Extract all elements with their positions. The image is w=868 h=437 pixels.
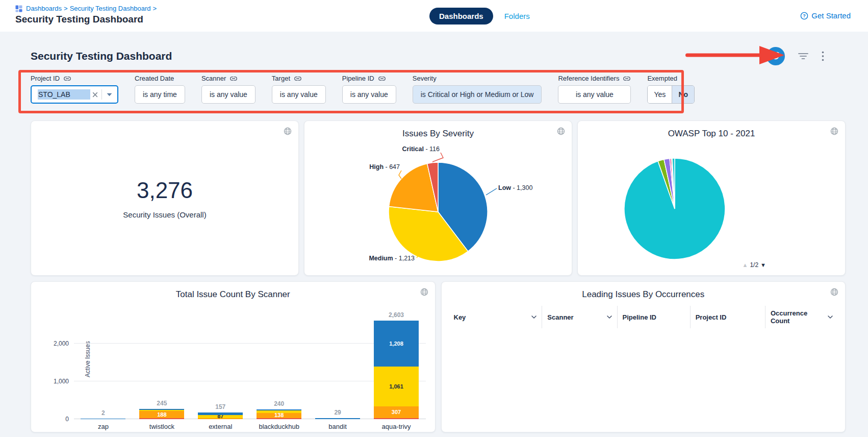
bar-aqua-trivy[interactable]: 2,6033071,0611,208: [368, 311, 424, 419]
filter-project-id: Project IDSTO_LAB: [31, 75, 118, 104]
bar-segment-critical[interactable]: [374, 418, 419, 419]
breadcrumb-separator: >: [152, 5, 157, 12]
bar-blackduckhub[interactable]: 240138: [251, 400, 307, 419]
filter-value-chip[interactable]: is any time: [135, 85, 185, 104]
tab-folders[interactable]: Folders: [504, 12, 530, 20]
breadcrumb-link-security-testing-dashboard[interactable]: Security Testing Dashboard: [70, 5, 151, 12]
bar-segment-medium[interactable]: [139, 410, 184, 411]
clear-icon[interactable]: [90, 90, 100, 100]
filter-toggle: YesNo: [647, 85, 695, 104]
bar-total-label: 157: [215, 403, 225, 410]
bar-total-label: 2,603: [389, 311, 404, 319]
severity-label-critical: Critical - 116: [402, 145, 440, 153]
bar-segment-low[interactable]: [198, 412, 243, 415]
bar-total-label: 29: [334, 409, 341, 416]
bar-segment-medium[interactable]: [257, 410, 301, 412]
toggle-option-yes[interactable]: Yes: [648, 86, 672, 103]
filter-reference-identifiers: Reference Identifiersis any value: [558, 75, 631, 104]
severity-label-high: High - 647: [369, 163, 400, 171]
app-header: Dashboards>Security Testing Dashboard> S…: [0, 0, 868, 32]
owasp-top10-pie[interactable]: [579, 141, 844, 270]
issues-by-severity-pie[interactable]: Low - 1,300Medium - 1,213High - 647Criti…: [305, 141, 571, 270]
filter-label: Exempted: [647, 75, 677, 82]
filter-value-chip[interactable]: is any value: [201, 85, 256, 104]
page-down-icon[interactable]: ▼: [760, 262, 766, 268]
link-icon: [229, 76, 238, 82]
svg-text:?: ?: [803, 13, 806, 18]
bar-segment-low[interactable]: [315, 418, 360, 419]
bar-segment-high[interactable]: 138: [257, 413, 301, 418]
filter-bar: Project IDSTO_LABCreated Dateis any time…: [31, 75, 846, 104]
refresh-icon: [771, 51, 781, 61]
page-up-icon[interactable]: ▲: [743, 262, 748, 268]
leader-line: [486, 188, 497, 195]
bar-segment-high[interactable]: 188: [139, 411, 184, 418]
sort-chevron-icon[interactable]: [824, 315, 833, 319]
get-started-link[interactable]: ? Get Started: [800, 11, 851, 20]
severity-label-medium: Medium - 1,213: [369, 255, 415, 262]
bar-segment-low[interactable]: [257, 409, 301, 410]
sort-chevron-icon[interactable]: [527, 315, 537, 319]
filter-icon[interactable]: [798, 53, 808, 60]
more-menu-icon[interactable]: [822, 51, 824, 61]
column-header-key[interactable]: Key: [449, 306, 542, 328]
scanner-chart-title: Total Issue Count By Scanner: [31, 289, 435, 300]
filter-value-chip[interactable]: is Critical or High or Medium or Low: [413, 85, 542, 104]
column-header-scanner[interactable]: Scanner: [542, 306, 617, 328]
owasp-pagination: ▲ 1/2 ▼: [743, 261, 766, 269]
bar-stack: 87: [198, 412, 243, 419]
filter-value-chip[interactable]: is any value: [272, 85, 326, 104]
bar-segment-low[interactable]: [81, 419, 125, 419]
bar-segment-low[interactable]: [139, 409, 184, 410]
filter-pipeline-id: Pipeline IDis any value: [342, 75, 396, 104]
filter-value-chip[interactable]: is any value: [342, 85, 396, 104]
segment-value-label: 138: [257, 412, 301, 418]
column-header-occurrence-count[interactable]: Occurrence Count: [765, 306, 838, 328]
sort-chevron-icon[interactable]: [603, 315, 612, 319]
filter-scanner: Scanneris any value: [201, 75, 256, 104]
bars-row: 224518815787240138292,6033071,0611,208: [74, 307, 426, 419]
y-tick-label: 2,000: [54, 340, 69, 347]
bar-zap[interactable]: 2: [75, 409, 131, 419]
filter-target: Targetis any value: [272, 75, 326, 104]
link-icon: [63, 76, 71, 82]
bar-segment-critical[interactable]: [139, 418, 184, 419]
globe-icon: [830, 127, 838, 135]
chevron-down-icon[interactable]: [106, 92, 113, 98]
bar-segment-high[interactable]: 307: [374, 406, 419, 418]
filter-value-input[interactable]: STO_LAB: [31, 85, 118, 104]
bar-segment-medium[interactable]: 1,061: [374, 367, 419, 407]
refresh-button[interactable]: [767, 47, 785, 65]
filter-label: Created Date: [135, 75, 174, 82]
severity-chart-title: Issues By Severity: [304, 129, 572, 139]
link-icon: [623, 76, 631, 82]
page-indicator: 1/2: [750, 261, 758, 269]
column-header-project-id[interactable]: Project ID: [690, 306, 765, 328]
card-owasp-top10: OWASP Top 10 - 2021 ▲ 1/2 ▼: [577, 120, 846, 276]
filter-exempted: ExemptedYesNo: [647, 75, 695, 104]
x-category-label: blackduckhub: [251, 423, 307, 430]
tab-dashboards[interactable]: Dashboards: [429, 8, 493, 25]
bar-external[interactable]: 15787: [192, 403, 248, 419]
dashboards-grid-icon: [15, 5, 22, 12]
bar-stack: 138: [257, 409, 301, 419]
filter-value-chip[interactable]: is any value: [558, 85, 631, 104]
link-icon: [623, 76, 631, 82]
breadcrumb-link-dashboards[interactable]: Dashboards: [26, 5, 62, 12]
link-icon: [229, 76, 238, 82]
globe-icon: [830, 288, 838, 296]
divider: [101, 89, 102, 100]
severity-label-low: Low - 1,300: [498, 184, 532, 191]
scanner-bar-chart[interactable]: Active Issues 01,0002,000224518815787240…: [74, 307, 426, 419]
segment-value-label: 1,061: [374, 384, 419, 390]
bar-segment-low[interactable]: 1,208: [374, 321, 419, 366]
bar-twistlock[interactable]: 245188: [134, 400, 190, 419]
x-axis-categories: zaptwistlockexternalblackduckhubbanditaq…: [74, 423, 426, 430]
column-header-pipeline-id[interactable]: Pipeline ID: [617, 306, 690, 328]
link-icon: [378, 76, 386, 82]
toggle-option-no[interactable]: No: [672, 86, 694, 103]
link-icon: [63, 76, 71, 82]
globe-icon: [557, 127, 565, 135]
bar-segment-medium[interactable]: 87: [198, 415, 243, 418]
bar-bandit[interactable]: 29: [310, 409, 366, 419]
